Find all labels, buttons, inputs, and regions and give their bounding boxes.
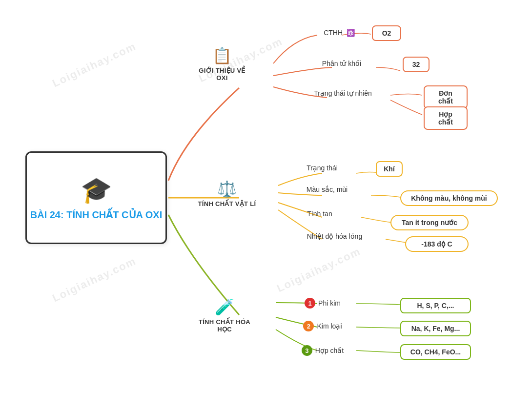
central-title: BÀI 24: TÍNH CHẤT CỦA OXI (30, 209, 163, 221)
section-hoahoc-label: TÍNH CHẤT HÓA HỌC (193, 318, 256, 333)
leaf-o2: O2 (372, 25, 401, 41)
leaf-donchat: Đơn chất (424, 85, 468, 109)
branch-hopChat-hh: 3 Hợp chất (291, 345, 354, 356)
branch-phikim-label: Phi kim (318, 299, 341, 307)
section-gioithieu: 📋 GIỚI THIỆU VỀ OXI (193, 46, 251, 82)
leaf-183: -183 độ C (405, 236, 469, 252)
leaf-hspC: H, S, P, C,... (400, 298, 471, 313)
section-hoahoc: 🧪 TÍNH CHẤT HÓA HỌC (193, 298, 256, 333)
flask-icon: 🧪 (215, 298, 234, 316)
watermark-4: Loigiaihay.com (275, 245, 363, 295)
leaf-hopChat-orange: Hợp chất (424, 106, 468, 130)
badge-3: 3 (302, 345, 312, 356)
scale-icon: ⚖️ (217, 180, 237, 198)
section-vatli: ⚖️ TÍNH CHẤT VẬT LÍ (195, 180, 259, 207)
branch-phikim: 1 Phi kim (291, 298, 354, 309)
badge-2: 2 (303, 321, 314, 331)
leaf-coch4feo: CO, CH4, FeO... (400, 344, 471, 360)
leaf-tanit: Tan ít trong nước (390, 215, 469, 230)
branch-trangthai-vl: Trạng thái (298, 164, 347, 172)
branch-tinhtan: Tính tan (298, 210, 342, 218)
watermark-3: Loigiaihay.com (50, 255, 138, 305)
leaf-nakfemg: Na, K, Fe, Mg... (400, 321, 471, 336)
graduation-icon: 🎓 (81, 175, 112, 205)
branch-mausac: Màu sắc, mùi (298, 185, 356, 193)
central-node: 🎓 BÀI 24: TÍNH CHẤT CỦA OXI (25, 151, 167, 244)
branch-trangthai-tn: Trạng thái tự nhiên (303, 89, 383, 97)
branch-nhietdo: Nhiệt độ hóa lỏng (292, 232, 377, 240)
branch-kimloai-label: Kim loại (317, 322, 342, 330)
leaf-khongmau: Không màu, không mùi (400, 190, 498, 206)
leaf-32: 32 (403, 57, 430, 72)
badge-1: 1 (305, 298, 315, 309)
leaf-khi: Khí (376, 161, 403, 177)
branch-hopChat-hh-label: Hợp chất (315, 347, 344, 354)
branch-kimloai: 2 Kim loại (291, 321, 354, 331)
section-vatli-label: TÍNH CHẤT VẬT LÍ (198, 200, 256, 207)
document-icon: 📋 (212, 46, 232, 65)
watermark-1: Loigiaihay.com (50, 40, 138, 90)
section-gioithieu-label: GIỚI THIỆU VỀ OXI (193, 67, 251, 82)
branch-phantukhoi: Phân tử khối (310, 60, 373, 67)
branch-cthh: CTHH ⚛️ (317, 29, 361, 37)
